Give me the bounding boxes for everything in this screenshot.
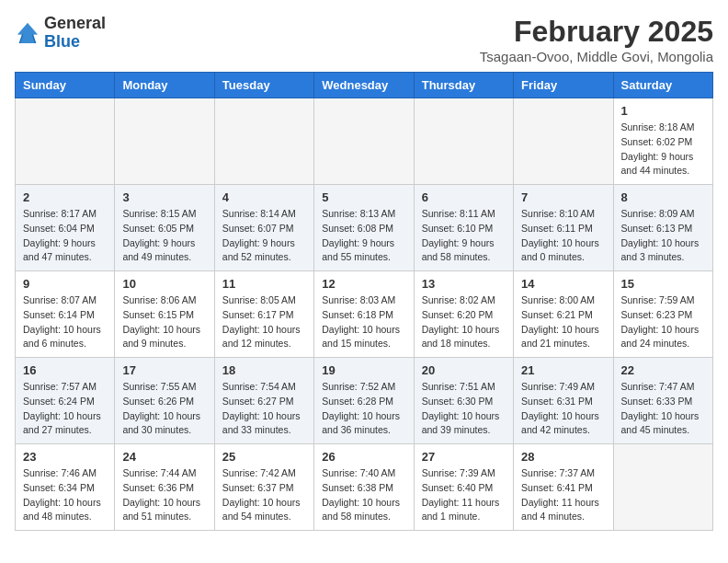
day-number: 8 <box>621 190 705 204</box>
calendar-cell: 28Sunrise: 7:37 AM Sunset: 6:41 PM Dayli… <box>514 444 613 531</box>
day-number: 6 <box>422 190 506 204</box>
calendar-cell: 14Sunrise: 8:00 AM Sunset: 6:21 PM Dayli… <box>514 271 613 358</box>
day-number: 17 <box>122 363 206 377</box>
weekday-header-saturday: Saturday <box>613 73 712 98</box>
day-info: Sunrise: 8:14 AM Sunset: 6:07 PM Dayligh… <box>222 207 306 265</box>
day-info: Sunrise: 7:52 AM Sunset: 6:28 PM Dayligh… <box>322 380 405 438</box>
day-number: 15 <box>621 277 705 291</box>
calendar-cell: 5Sunrise: 8:13 AM Sunset: 6:08 PM Daylig… <box>314 185 414 271</box>
day-number: 10 <box>122 277 206 291</box>
calendar-cell: 16Sunrise: 7:57 AM Sunset: 6:24 PM Dayli… <box>16 358 115 444</box>
calendar-cell: 3Sunrise: 8:15 AM Sunset: 6:05 PM Daylig… <box>115 185 214 271</box>
calendar-cell: 23Sunrise: 7:46 AM Sunset: 6:34 PM Dayli… <box>16 444 115 531</box>
day-info: Sunrise: 8:00 AM Sunset: 6:21 PM Dayligh… <box>521 293 605 351</box>
day-info: Sunrise: 7:46 AM Sunset: 6:34 PM Dayligh… <box>23 466 107 524</box>
calendar-week-row: 16Sunrise: 7:57 AM Sunset: 6:24 PM Dayli… <box>16 358 713 444</box>
day-number: 24 <box>122 450 206 464</box>
day-info: Sunrise: 8:02 AM Sunset: 6:20 PM Dayligh… <box>422 293 506 351</box>
day-info: Sunrise: 7:54 AM Sunset: 6:27 PM Dayligh… <box>222 380 306 438</box>
day-number: 14 <box>521 277 605 291</box>
day-info: Sunrise: 7:47 AM Sunset: 6:33 PM Dayligh… <box>621 380 705 438</box>
day-number: 12 <box>322 277 405 291</box>
calendar-cell: 21Sunrise: 7:49 AM Sunset: 6:31 PM Dayli… <box>514 358 613 444</box>
calendar-cell: 2Sunrise: 8:17 AM Sunset: 6:04 PM Daylig… <box>16 185 115 271</box>
month-year-title: February 2025 <box>480 15 713 49</box>
day-number: 4 <box>222 190 306 204</box>
weekday-header-thursday: Thursday <box>414 73 513 98</box>
day-info: Sunrise: 7:51 AM Sunset: 6:30 PM Dayligh… <box>422 380 506 438</box>
day-info: Sunrise: 7:49 AM Sunset: 6:31 PM Dayligh… <box>521 380 605 438</box>
day-number: 26 <box>322 450 405 464</box>
day-info: Sunrise: 8:18 AM Sunset: 6:02 PM Dayligh… <box>621 121 705 178</box>
calendar-table: SundayMondayTuesdayWednesdayThursdayFrid… <box>15 72 713 531</box>
calendar-cell: 15Sunrise: 7:59 AM Sunset: 6:23 PM Dayli… <box>613 271 712 358</box>
day-number: 16 <box>23 363 107 377</box>
day-info: Sunrise: 8:11 AM Sunset: 6:10 PM Dayligh… <box>422 207 506 265</box>
day-number: 23 <box>23 450 107 464</box>
title-block: February 2025 Tsagaan-Ovoo, Middle Govi,… <box>480 15 713 64</box>
day-number: 27 <box>422 450 506 464</box>
calendar-cell: 18Sunrise: 7:54 AM Sunset: 6:27 PM Dayli… <box>214 358 313 444</box>
day-info: Sunrise: 8:10 AM Sunset: 6:11 PM Dayligh… <box>521 207 605 265</box>
calendar-cell: 4Sunrise: 8:14 AM Sunset: 6:07 PM Daylig… <box>214 185 313 271</box>
calendar-cell: 26Sunrise: 7:40 AM Sunset: 6:38 PM Dayli… <box>314 444 414 531</box>
day-number: 1 <box>621 104 705 118</box>
day-info: Sunrise: 7:55 AM Sunset: 6:26 PM Dayligh… <box>122 380 206 438</box>
calendar-cell: 9Sunrise: 8:07 AM Sunset: 6:14 PM Daylig… <box>16 271 115 358</box>
day-number: 22 <box>621 363 705 377</box>
logo: General Blue <box>15 15 106 52</box>
calendar-cell <box>16 98 115 185</box>
day-info: Sunrise: 7:39 AM Sunset: 6:40 PM Dayligh… <box>422 466 506 524</box>
calendar-cell: 12Sunrise: 8:03 AM Sunset: 6:18 PM Dayli… <box>314 271 414 358</box>
day-info: Sunrise: 8:07 AM Sunset: 6:14 PM Dayligh… <box>23 293 107 351</box>
day-number: 3 <box>122 190 206 204</box>
calendar-cell: 19Sunrise: 7:52 AM Sunset: 6:28 PM Dayli… <box>314 358 414 444</box>
day-info: Sunrise: 8:15 AM Sunset: 6:05 PM Dayligh… <box>122 207 206 265</box>
day-info: Sunrise: 8:13 AM Sunset: 6:08 PM Dayligh… <box>322 207 405 265</box>
day-number: 11 <box>222 277 306 291</box>
calendar-cell <box>314 98 414 185</box>
calendar-cell: 17Sunrise: 7:55 AM Sunset: 6:26 PM Dayli… <box>115 358 214 444</box>
day-number: 2 <box>23 190 107 204</box>
calendar-cell: 22Sunrise: 7:47 AM Sunset: 6:33 PM Dayli… <box>613 358 712 444</box>
calendar-week-row: 2Sunrise: 8:17 AM Sunset: 6:04 PM Daylig… <box>16 185 713 271</box>
calendar-cell: 13Sunrise: 8:02 AM Sunset: 6:20 PM Dayli… <box>414 271 513 358</box>
day-number: 5 <box>322 190 405 204</box>
calendar-cell: 27Sunrise: 7:39 AM Sunset: 6:40 PM Dayli… <box>414 444 513 531</box>
weekday-header-wednesday: Wednesday <box>314 73 414 98</box>
day-info: Sunrise: 7:40 AM Sunset: 6:38 PM Dayligh… <box>322 466 405 524</box>
day-info: Sunrise: 8:03 AM Sunset: 6:18 PM Dayligh… <box>322 293 405 351</box>
day-info: Sunrise: 8:09 AM Sunset: 6:13 PM Dayligh… <box>621 207 705 265</box>
logo-icon <box>15 20 40 46</box>
calendar-cell: 8Sunrise: 8:09 AM Sunset: 6:13 PM Daylig… <box>613 185 712 271</box>
day-info: Sunrise: 7:42 AM Sunset: 6:37 PM Dayligh… <box>222 466 306 524</box>
weekday-header-tuesday: Tuesday <box>214 73 313 98</box>
day-info: Sunrise: 7:37 AM Sunset: 6:41 PM Dayligh… <box>521 466 605 524</box>
calendar-week-row: 23Sunrise: 7:46 AM Sunset: 6:34 PM Dayli… <box>16 444 713 531</box>
day-number: 21 <box>521 363 605 377</box>
calendar-cell <box>214 98 313 185</box>
day-info: Sunrise: 8:06 AM Sunset: 6:15 PM Dayligh… <box>122 293 206 351</box>
day-info: Sunrise: 7:44 AM Sunset: 6:36 PM Dayligh… <box>122 466 206 524</box>
weekday-header-row: SundayMondayTuesdayWednesdayThursdayFrid… <box>16 73 713 98</box>
day-number: 25 <box>222 450 306 464</box>
logo-general-text: General <box>44 14 106 32</box>
calendar-cell: 1Sunrise: 8:18 AM Sunset: 6:02 PM Daylig… <box>613 98 712 185</box>
weekday-header-monday: Monday <box>115 73 214 98</box>
calendar-week-row: 1Sunrise: 8:18 AM Sunset: 6:02 PM Daylig… <box>16 98 713 185</box>
calendar-cell: 20Sunrise: 7:51 AM Sunset: 6:30 PM Dayli… <box>414 358 513 444</box>
calendar-cell: 7Sunrise: 8:10 AM Sunset: 6:11 PM Daylig… <box>514 185 613 271</box>
weekday-header-friday: Friday <box>514 73 613 98</box>
calendar-cell: 24Sunrise: 7:44 AM Sunset: 6:36 PM Dayli… <box>115 444 214 531</box>
logo-blue-text: Blue <box>44 32 80 51</box>
weekday-header-sunday: Sunday <box>16 73 115 98</box>
day-number: 18 <box>222 363 306 377</box>
calendar-week-row: 9Sunrise: 8:07 AM Sunset: 6:14 PM Daylig… <box>16 271 713 358</box>
calendar-cell <box>414 98 513 185</box>
day-info: Sunrise: 8:05 AM Sunset: 6:17 PM Dayligh… <box>222 293 306 351</box>
calendar-cell <box>514 98 613 185</box>
calendar-cell <box>115 98 214 185</box>
calendar-cell: 25Sunrise: 7:42 AM Sunset: 6:37 PM Dayli… <box>214 444 313 531</box>
calendar-cell <box>613 444 712 531</box>
calendar-cell: 10Sunrise: 8:06 AM Sunset: 6:15 PM Dayli… <box>115 271 214 358</box>
